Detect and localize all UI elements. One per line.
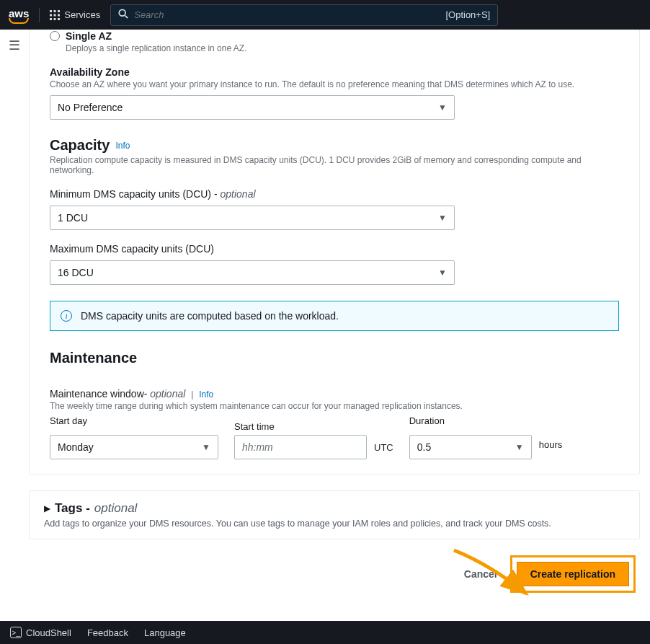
maintenance-window-label: Maintenance window- optional | Info <box>50 388 619 400</box>
min-dcu-value: 1 DCU <box>58 212 88 224</box>
tags-desc: Add tags to organize your DMS resources.… <box>44 519 625 529</box>
availability-zone-desc: Choose an AZ where you want your primary… <box>50 79 619 89</box>
search-input[interactable] <box>134 9 440 20</box>
svg-rect-7 <box>54 18 56 20</box>
cloudshell-icon: >_ <box>10 627 22 638</box>
footer-bar: >_ CloudShell Feedback Language <box>0 621 650 644</box>
svg-rect-6 <box>50 18 52 20</box>
start-time-input[interactable]: hh:mm <box>234 435 367 459</box>
hours-label: hours <box>539 439 563 450</box>
maintenance-info-link[interactable]: Info <box>199 389 213 400</box>
cloudshell-label: CloudShell <box>26 627 71 638</box>
svg-rect-1 <box>54 10 56 12</box>
dcu-info-box: i DMS capacity units are computed based … <box>50 301 619 331</box>
svg-rect-8 <box>58 18 60 20</box>
caret-right-icon: ▶ <box>44 503 50 513</box>
maintenance-heading: Maintenance <box>50 350 619 366</box>
duration-label: Duration <box>409 415 563 426</box>
search-shortcut: [Option+S] <box>445 9 490 20</box>
services-menu[interactable]: Services <box>50 9 100 20</box>
svg-rect-0 <box>50 10 52 12</box>
min-dcu-select[interactable]: 1 DCU ▼ <box>50 206 455 230</box>
dcu-info-text: DMS capacity units are computed based on… <box>81 310 339 322</box>
separator: | <box>191 389 193 400</box>
divider <box>39 8 40 22</box>
top-navigation: aws Services [Option+S] <box>0 0 650 30</box>
duration-select[interactable]: 0.5 ▼ <box>409 435 532 459</box>
services-label: Services <box>64 9 100 20</box>
start-day-label: Start day <box>50 415 218 426</box>
svg-rect-3 <box>50 14 52 16</box>
global-search[interactable]: [Option+S] <box>110 4 498 26</box>
create-replication-button[interactable]: Create replication <box>517 562 629 586</box>
capacity-title: Capacity <box>50 137 110 154</box>
svg-point-9 <box>120 9 126 16</box>
chevron-down-icon: ▼ <box>438 102 447 113</box>
feedback-link[interactable]: Feedback <box>87 627 128 638</box>
min-dcu-label: Minimum DMS capacity units (DCU) - optio… <box>50 188 619 200</box>
start-day-value: Monday <box>58 441 94 453</box>
chevron-down-icon: ▼ <box>202 442 210 452</box>
max-dcu-label: Maximum DMS capacity units (DCU) <box>50 243 619 255</box>
availability-zone-value: No Preference <box>58 102 123 113</box>
tags-optional: optional <box>94 501 138 516</box>
start-time-label: Start time <box>234 421 393 432</box>
language-link[interactable]: Language <box>144 627 186 638</box>
tags-title: Tags - <box>55 501 90 516</box>
svg-rect-4 <box>54 14 56 16</box>
svg-rect-5 <box>58 14 60 16</box>
chevron-down-icon: ▼ <box>438 213 447 223</box>
single-az-radio[interactable]: Single AZ <box>50 30 619 42</box>
chevron-down-icon: ▼ <box>515 442 524 452</box>
capacity-heading: Capacity Info <box>50 137 619 154</box>
grid-icon <box>50 10 60 20</box>
start-day-select[interactable]: Monday ▼ <box>50 435 218 459</box>
utc-label: UTC <box>374 442 393 453</box>
sidebar-toggle[interactable]: ☰ <box>4 35 25 56</box>
maintenance-window-desc: The weekly time range during which syste… <box>50 401 619 411</box>
availability-zone-label: Availability Zone <box>50 66 619 78</box>
form-actions: Cancel Create replication <box>29 555 636 593</box>
single-az-desc: Deploys a single replication instance in… <box>66 43 619 53</box>
tags-panel: ▶ Tags - optional Add tags to organize y… <box>29 490 640 539</box>
max-dcu-select[interactable]: 16 DCU ▼ <box>50 260 455 285</box>
single-az-label: Single AZ <box>66 30 112 42</box>
main-content: Single AZ Deploys a single replication i… <box>29 30 640 621</box>
search-icon <box>118 9 128 22</box>
duration-value: 0.5 <box>417 441 431 453</box>
svg-rect-2 <box>58 10 60 12</box>
create-highlight: Create replication <box>510 555 636 593</box>
replication-settings-panel: Single AZ Deploys a single replication i… <box>29 30 640 475</box>
maintenance-row: Start day Monday ▼ Start time hh:mm UTC … <box>50 415 619 459</box>
aws-logo: aws <box>9 7 29 22</box>
tags-toggle[interactable]: ▶ Tags - optional <box>44 501 625 516</box>
info-icon: i <box>61 310 72 322</box>
radio-icon <box>50 31 60 41</box>
cancel-button[interactable]: Cancel <box>464 568 497 580</box>
cloudshell-button[interactable]: >_ CloudShell <box>10 627 71 638</box>
capacity-desc: Replication compute capacity is measured… <box>50 155 619 175</box>
capacity-info-link[interactable]: Info <box>115 141 130 151</box>
max-dcu-value: 16 DCU <box>58 267 94 278</box>
availability-zone-select[interactable]: No Preference ▼ <box>50 95 455 120</box>
chevron-down-icon: ▼ <box>438 268 447 278</box>
svg-line-10 <box>125 15 128 18</box>
